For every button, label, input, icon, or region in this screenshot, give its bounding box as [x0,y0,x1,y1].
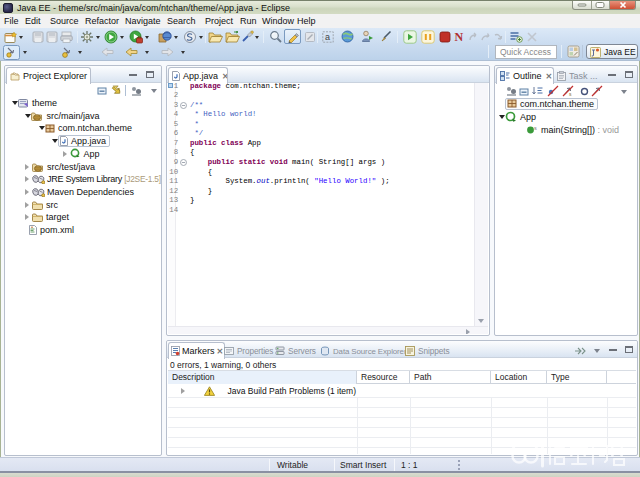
svg-text:s: s [534,125,537,131]
svg-text:a: a [325,32,330,42]
svg-text:N: N [455,30,464,43]
